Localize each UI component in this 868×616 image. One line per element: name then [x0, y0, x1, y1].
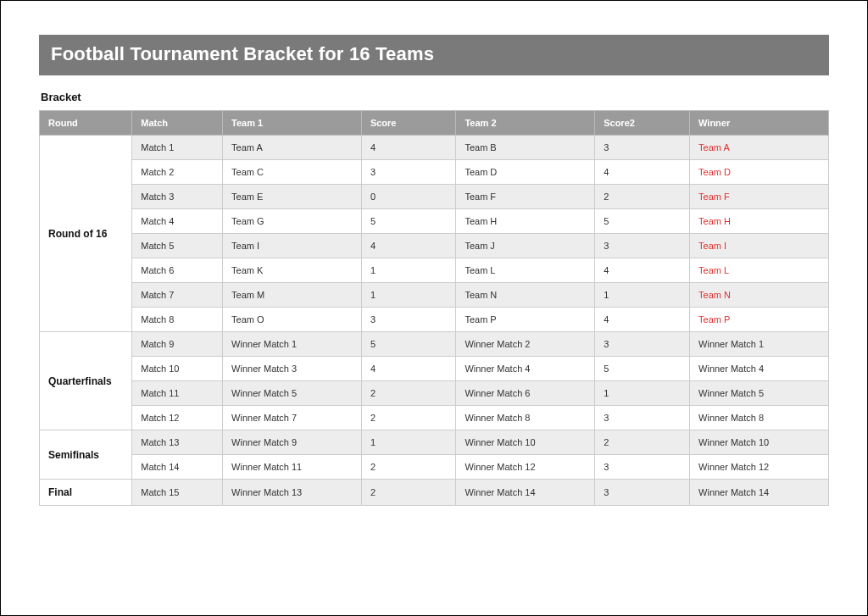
- match-cell: Match 4: [132, 209, 223, 234]
- score2-cell: 2: [595, 185, 690, 209]
- winner-cell: Winner Match 8: [690, 406, 829, 430]
- score2-cell: 3: [595, 234, 690, 258]
- table-row: Match 2Team C3Team D4Team D: [40, 160, 829, 185]
- winner-cell: Winner Match 4: [690, 357, 829, 381]
- match-cell: Match 2: [132, 160, 223, 185]
- team1-cell: Winner Match 3: [223, 357, 362, 381]
- team1-cell: Winner Match 11: [223, 455, 362, 480]
- winner-cell: Team N: [690, 283, 829, 308]
- table-row: Match 6Team K1Team L4Team L: [40, 258, 829, 283]
- team1-cell: Team A: [223, 136, 362, 160]
- team2-cell: Team F: [456, 185, 595, 209]
- match-cell: Match 3: [132, 185, 223, 209]
- score1-cell: 1: [361, 430, 456, 455]
- score1-cell: 0: [361, 185, 456, 209]
- team2-cell: Winner Match 2: [456, 332, 595, 357]
- team2-cell: Winner Match 4: [456, 357, 595, 381]
- match-cell: Match 12: [132, 406, 223, 430]
- score1-cell: 2: [361, 406, 456, 430]
- team1-cell: Team M: [223, 283, 362, 308]
- table-row: Match 11Winner Match 52Winner Match 61Wi…: [40, 381, 829, 406]
- winner-cell: Winner Match 14: [690, 480, 829, 506]
- winner-cell: Team P: [690, 308, 829, 332]
- team2-cell: Winner Match 6: [456, 381, 595, 406]
- team1-cell: Team E: [223, 185, 362, 209]
- team1-cell: Winner Match 7: [223, 406, 362, 430]
- col-header-round: Round: [40, 111, 132, 136]
- score1-cell: 2: [361, 480, 456, 506]
- team1-cell: Winner Match 1: [223, 332, 362, 357]
- team1-cell: Team I: [223, 234, 362, 258]
- score1-cell: 4: [361, 136, 456, 160]
- table-row: Round of 16Match 1Team A4Team B3Team A: [40, 136, 829, 160]
- table-row: Match 3Team E0Team F2Team F: [40, 185, 829, 209]
- table-row: Match 10Winner Match 34Winner Match 45Wi…: [40, 357, 829, 381]
- team2-cell: Team J: [456, 234, 595, 258]
- col-header-match: Match: [132, 111, 223, 136]
- score1-cell: 2: [361, 381, 456, 406]
- score2-cell: 4: [595, 258, 690, 283]
- bracket-table: Round Match Team 1 Score Team 2 Score2 W…: [39, 110, 829, 506]
- round-cell: Round of 16: [40, 136, 132, 332]
- table-row: SemifinalsMatch 13Winner Match 91Winner …: [40, 430, 829, 455]
- match-cell: Match 9: [132, 332, 223, 357]
- match-cell: Match 7: [132, 283, 223, 308]
- winner-cell: Team A: [690, 136, 829, 160]
- team1-cell: Team O: [223, 308, 362, 332]
- table-row: Match 14Winner Match 112Winner Match 123…: [40, 455, 829, 480]
- winner-cell: Winner Match 12: [690, 455, 829, 480]
- col-header-score2: Score2: [595, 111, 690, 136]
- score2-cell: 4: [595, 160, 690, 185]
- document-frame: Football Tournament Bracket for 16 Teams…: [0, 0, 868, 616]
- score1-cell: 5: [361, 332, 456, 357]
- table-row: Match 4Team G5Team H5Team H: [40, 209, 829, 234]
- col-header-team1: Team 1: [223, 111, 362, 136]
- page-title: Football Tournament Bracket for 16 Teams: [39, 35, 829, 75]
- table-row: FinalMatch 15Winner Match 132Winner Matc…: [40, 480, 829, 506]
- score1-cell: 1: [361, 283, 456, 308]
- score1-cell: 5: [361, 209, 456, 234]
- match-cell: Match 8: [132, 308, 223, 332]
- table-row: QuarterfinalsMatch 9Winner Match 15Winne…: [40, 332, 829, 357]
- winner-cell: Winner Match 5: [690, 381, 829, 406]
- team2-cell: Team N: [456, 283, 595, 308]
- team1-cell: Winner Match 9: [223, 430, 362, 455]
- team2-cell: Team L: [456, 258, 595, 283]
- winner-cell: Winner Match 10: [690, 430, 829, 455]
- team2-cell: Winner Match 12: [456, 455, 595, 480]
- score1-cell: 3: [361, 160, 456, 185]
- col-header-team2: Team 2: [456, 111, 595, 136]
- team2-cell: Team H: [456, 209, 595, 234]
- table-row: Match 8Team O3Team P4Team P: [40, 308, 829, 332]
- winner-cell: Team I: [690, 234, 829, 258]
- table-header-row: Round Match Team 1 Score Team 2 Score2 W…: [40, 111, 829, 136]
- match-cell: Match 10: [132, 357, 223, 381]
- team1-cell: Team G: [223, 209, 362, 234]
- score2-cell: 3: [595, 480, 690, 506]
- team2-cell: Winner Match 10: [456, 430, 595, 455]
- winner-cell: Team H: [690, 209, 829, 234]
- round-cell: Final: [40, 480, 132, 506]
- round-cell: Semifinals: [40, 430, 132, 480]
- score2-cell: 2: [595, 430, 690, 455]
- section-label-bracket: Bracket: [41, 91, 829, 103]
- score1-cell: 3: [361, 308, 456, 332]
- match-cell: Match 14: [132, 455, 223, 480]
- winner-cell: Team L: [690, 258, 829, 283]
- score2-cell: 3: [595, 332, 690, 357]
- team1-cell: Winner Match 5: [223, 381, 362, 406]
- score2-cell: 5: [595, 357, 690, 381]
- winner-cell: Winner Match 1: [690, 332, 829, 357]
- team2-cell: Winner Match 8: [456, 406, 595, 430]
- winner-cell: Team D: [690, 160, 829, 185]
- table-row: Match 12Winner Match 72Winner Match 83Wi…: [40, 406, 829, 430]
- match-cell: Match 5: [132, 234, 223, 258]
- team1-cell: Winner Match 13: [223, 480, 362, 506]
- table-row: Match 5Team I4Team J3Team I: [40, 234, 829, 258]
- match-cell: Match 13: [132, 430, 223, 455]
- score1-cell: 2: [361, 455, 456, 480]
- match-cell: Match 11: [132, 381, 223, 406]
- team2-cell: Team P: [456, 308, 595, 332]
- table-row: Match 7Team M1Team N1Team N: [40, 283, 829, 308]
- team2-cell: Team D: [456, 160, 595, 185]
